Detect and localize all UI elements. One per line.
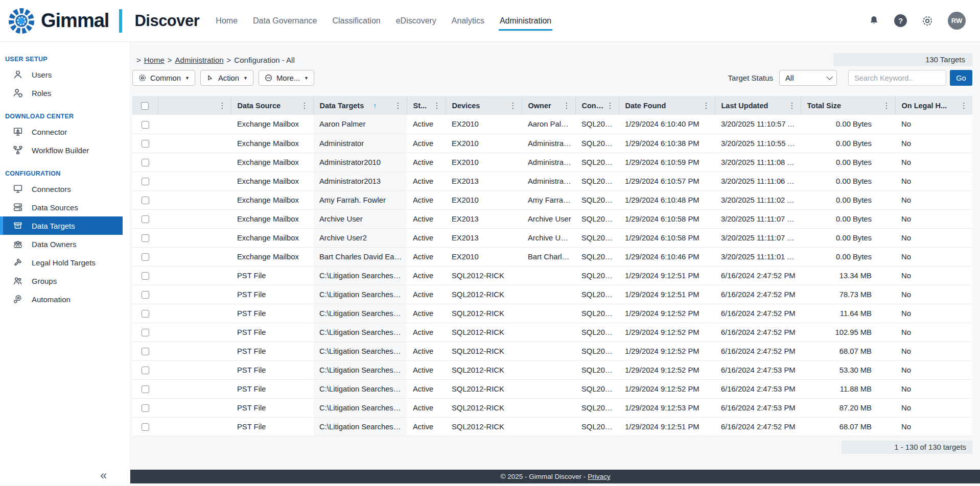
row-checkbox[interactable] [142,291,149,299]
column-menu-icon[interactable]: ⋮ [217,101,228,110]
row-checkbox[interactable] [142,121,149,129]
table-row[interactable]: Exchange MailboxAaron PalmerActiveEX2010… [132,115,972,134]
cell-on_legal_hold: No [895,360,972,379]
cell-status: Active [407,172,446,190]
nav-analytics[interactable]: Analytics [452,13,484,29]
row-checkbox[interactable] [142,159,149,166]
target-status-select[interactable]: All [779,70,837,86]
table-row[interactable]: Exchange MailboxAdministrator2010ActiveE… [132,153,972,172]
sidebar-item-roles[interactable]: Roles [0,84,123,102]
column-menu-icon[interactable]: ⋮ [787,101,798,110]
sidebar-item-label: Groups [32,277,57,285]
nav-ediscovery[interactable]: eDiscovery [396,13,436,29]
sidebar-item-users[interactable]: Users [0,65,123,84]
table-row[interactable]: Exchange MailboxArchive User2ActiveEX201… [132,228,972,247]
cell-data_source: PST File [231,266,313,285]
row-checkbox[interactable] [142,178,149,185]
row-checkbox[interactable] [142,253,149,261]
sort-ascending-icon[interactable]: ↑ [373,102,377,110]
sidebar-item-automation[interactable]: Automation [0,290,123,308]
nav-classification[interactable]: Classification [332,13,380,29]
row-checkbox[interactable] [142,423,149,431]
row-checkbox[interactable] [142,404,149,412]
table-row[interactable]: PST FileC:\Litigation Searches\Enr...Act… [132,323,972,342]
row-checkbox[interactable] [142,385,149,393]
column-menu-icon[interactable]: ⋮ [701,101,712,110]
nav-data-governance[interactable]: Data Governance [253,13,317,29]
sidebar-item-data-targets[interactable]: Data Targets [0,216,123,235]
row-checkbox[interactable] [142,329,149,336]
breadcrumb: >Home>Administration>Configuration - All [132,56,295,64]
table-row[interactable]: Exchange MailboxAdministrator2013ActiveE… [132,172,972,190]
go-button[interactable]: Go [950,70,972,86]
settings-gear-icon[interactable] [921,14,934,28]
cell-devices: SQL2012-RICK [446,379,522,398]
row-checkbox[interactable] [142,215,149,223]
table-row[interactable]: PST FileC:\Litigation Searches\Enr...Act… [132,379,972,398]
sidebar-collapse-icon[interactable]: « [100,469,107,481]
column-menu-icon[interactable]: ⋮ [881,101,892,110]
nav-home[interactable]: Home [216,13,238,29]
sidebar-item-connector[interactable]: Connector [0,123,123,141]
table-row[interactable]: PST FileC:\Litigation Searches\Enr...Act… [132,398,972,417]
sidebar-item-data-sources[interactable]: Data Sources [0,198,123,216]
table-row[interactable]: PST FileC:\Litigation Searches\Enr...Act… [132,304,972,323]
search-input[interactable] [848,70,946,86]
cell-data_source: PST File [231,417,313,436]
row-checkbox[interactable] [142,367,149,374]
sidebar-item-label: Legal Hold Targets [32,258,96,267]
notifications-bell-icon[interactable] [867,14,880,28]
table-row[interactable]: PST FileC:\Litigation Searches\Enr...Act… [132,342,972,360]
more-button[interactable]: More...▼ [259,70,314,86]
privacy-link[interactable]: Privacy [588,473,610,480]
column-menu-icon[interactable]: ⋮ [432,101,442,110]
breadcrumb-home[interactable]: Home [144,56,165,64]
table-row[interactable]: PST FileC:\Litigation Searches\Enr...Act… [132,266,972,285]
column-menu-icon[interactable]: ⋮ [508,101,519,110]
user-avatar[interactable]: RW [948,12,966,30]
table-row[interactable]: PST FileC:\Litigation Searches\Enr...Act… [132,360,972,379]
help-icon[interactable]: ? [894,14,907,27]
nav-administration[interactable]: Administration [500,13,551,29]
sidebar-item-data-owners[interactable]: Data Owners [0,235,123,253]
cell-on_legal_hold: No [895,209,972,228]
cell-connection: SQL2012-RI... [575,209,619,228]
cell-connection: SQL2012-RI... [575,379,619,398]
breadcrumb-administration[interactable]: Administration [175,56,224,64]
cell-total_size: 11.64 MB [801,304,895,323]
sidebar-item-label: Connectors [32,185,71,193]
sidebar-item-legal-hold-targets[interactable]: Legal Hold Targets [0,253,123,272]
column-menu-icon[interactable]: ⋮ [959,101,969,110]
table-row[interactable]: Exchange MailboxAdministratorActiveEX201… [132,134,972,153]
row-checkbox[interactable] [142,197,149,204]
row-checkbox[interactable] [142,348,149,355]
row-checkbox[interactable] [142,272,149,280]
table-row[interactable]: PST FileC:\Litigation Searches\Div...Act… [132,417,972,436]
row-checkbox[interactable] [142,140,149,148]
column-menu-icon[interactable]: ⋮ [393,101,404,110]
cell-data_targets: Administrator2013 [313,172,407,190]
targets-count-badge: 130 Targets [833,53,972,66]
sidebar-item-groups[interactable]: Groups [0,272,123,290]
table-row[interactable]: Exchange MailboxBart Charles David Earl … [132,247,972,266]
select-all-checkbox[interactable] [141,102,149,110]
table-row[interactable]: Exchange MailboxArchive UserActiveEX2013… [132,209,972,228]
row-checkbox[interactable] [142,234,149,242]
cell-status: Active [407,304,446,323]
action-button[interactable]: Action▼ [200,70,253,86]
sidebar-item-workflow-builder[interactable]: Workflow Builder [0,141,123,159]
sidebar-item-connectors[interactable]: Connectors [0,180,123,198]
cell-connection: SQL2012-RI... [575,304,619,323]
column-menu-icon[interactable]: ⋮ [299,101,310,110]
column-menu-icon[interactable]: ⋮ [562,101,572,110]
cell-data_source: Exchange Mailbox [231,134,313,153]
common-button[interactable]: Common▼ [132,70,195,86]
table-row[interactable]: Exchange MailboxAmy Farrah. FowlerActive… [132,190,972,209]
row-checkbox[interactable] [142,310,149,318]
gimmal-gear-icon [7,7,36,35]
cell-last_updated: 6/16/2024 2:47:53 PM [715,398,801,417]
column-menu-icon[interactable]: ⋮ [605,101,616,110]
cell-data_targets: C:\Litigation Searches\Enr... [313,304,407,323]
table-row[interactable]: PST FileC:\Litigation Searches\Enr...Act… [132,285,972,304]
cell-connection: SQL2012-RI... [575,247,619,266]
